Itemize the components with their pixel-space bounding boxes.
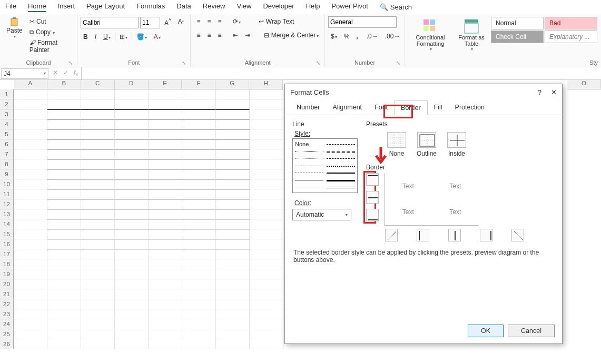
cell[interactable] [14,289,47,299]
cell[interactable] [81,109,115,119]
row-header[interactable]: 14 [0,219,14,229]
cell[interactable] [115,109,149,119]
cell[interactable] [216,199,250,209]
cell[interactable] [14,199,47,209]
menu-view[interactable]: View [237,2,251,12]
cell[interactable] [250,249,283,259]
cell[interactable] [216,209,250,219]
cell[interactable] [14,319,47,329]
cell[interactable] [81,299,115,309]
cell[interactable] [149,339,182,349]
increase-indent-button[interactable]: ⇥ [242,30,253,41]
cell[interactable] [115,139,149,149]
cell[interactable] [115,189,149,199]
cell[interactable] [14,189,47,199]
cell[interactable] [216,239,250,249]
cell[interactable] [182,319,216,329]
align-top-button[interactable]: ≡ [194,16,203,27]
cell[interactable] [115,129,149,139]
cell[interactable] [250,319,283,329]
line-style-grid[interactable]: None [292,138,358,193]
column-header[interactable]: D [115,80,149,89]
cell[interactable] [250,89,283,99]
cell[interactable] [14,309,47,319]
cell[interactable] [81,339,115,349]
cell[interactable] [182,109,216,119]
cell[interactable] [149,289,182,299]
cell[interactable] [216,249,250,259]
column-header[interactable]: E [149,80,182,89]
cell[interactable] [14,239,47,249]
cell[interactable] [250,139,283,149]
row-header[interactable]: 23 [0,309,14,319]
font-family-select[interactable] [81,17,139,28]
cell[interactable] [216,149,250,159]
preset-inside-button[interactable]: Inside [447,132,466,157]
number-launcher[interactable]: ⤡ [396,60,400,66]
cell[interactable] [216,339,250,349]
fx-button[interactable]: fx [74,69,78,77]
cell[interactable] [216,89,250,99]
percent-button[interactable]: % [341,31,352,42]
cell[interactable] [14,339,47,349]
font-size-select[interactable] [140,17,160,28]
cell[interactable] [115,239,149,249]
line-style-none[interactable]: None [295,141,323,147]
cell[interactable] [149,259,182,269]
cell[interactable] [81,319,115,329]
cell[interactable] [182,209,216,219]
cell[interactable] [149,119,182,129]
cell[interactable] [47,129,81,139]
font-launcher[interactable]: ⤡ [182,60,186,66]
column-header[interactable]: C [81,80,115,89]
align-right-button[interactable]: ≡ [215,30,224,41]
cell[interactable] [182,129,216,139]
align-left-button[interactable]: ≡ [194,30,203,41]
cell[interactable] [216,129,250,139]
cell[interactable] [81,229,115,239]
cell[interactable] [149,229,182,239]
menu-home[interactable]: Home [28,2,46,12]
cell[interactable] [81,129,115,139]
cell[interactable] [182,179,216,189]
row-header[interactable]: 7 [0,149,14,159]
cell[interactable] [47,229,81,239]
cell[interactable] [149,99,182,109]
cell[interactable] [250,99,283,109]
cell[interactable] [14,209,47,219]
dialog-close-button[interactable]: ✕ [551,88,557,96]
cell[interactable] [47,99,81,109]
row-header[interactable]: 3 [0,109,14,119]
row-header[interactable]: 15 [0,229,14,239]
row-header[interactable]: 6 [0,139,14,149]
cell[interactable] [81,159,115,169]
cell[interactable] [81,269,115,279]
row-header[interactable]: 17 [0,249,14,259]
menu-power-pivot[interactable]: Power Pivot [331,2,368,12]
align-bottom-button[interactable]: ≡ [215,16,224,27]
cell[interactable] [14,109,47,119]
line-style-opt[interactable] [295,148,323,155]
cell[interactable] [149,249,182,259]
cell[interactable] [47,139,81,149]
cell[interactable] [216,329,250,339]
cell[interactable] [81,209,115,219]
cell[interactable] [14,249,47,259]
cell[interactable] [216,179,250,189]
cell[interactable] [250,149,283,159]
menu-formulas[interactable]: Formulas [136,2,165,12]
menu-insert[interactable]: Insert [58,2,75,12]
cell[interactable] [250,299,283,309]
cell[interactable] [81,179,115,189]
cell[interactable] [14,329,47,339]
row-header[interactable]: 19 [0,269,14,279]
cell[interactable] [47,249,81,259]
cell[interactable] [14,89,47,99]
cancel-button[interactable]: Cancel [508,325,555,337]
menu-review[interactable]: Review [203,2,225,12]
cell[interactable] [47,259,81,269]
enter-formula-button[interactable]: ✓ [63,69,68,77]
cell[interactable] [182,269,216,279]
cell[interactable] [47,269,81,279]
cell[interactable] [216,219,250,229]
